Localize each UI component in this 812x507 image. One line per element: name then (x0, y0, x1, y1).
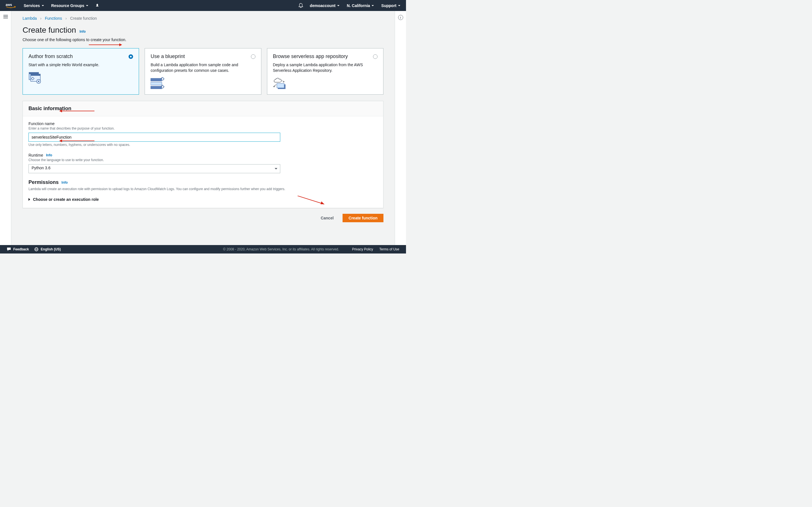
nav-account-label: demoaccount (310, 3, 336, 8)
card-title: Use a blueprint (151, 54, 185, 59)
globe-icon (35, 247, 38, 251)
card-title: Author from scratch (29, 54, 73, 59)
create-function-button[interactable]: Create function (343, 214, 384, 222)
runtime-label: Runtime (29, 153, 43, 158)
caret-down-icon (398, 5, 400, 6)
breadcrumb: Lambda › Functions › Create function (22, 16, 384, 20)
execution-role-expander[interactable]: Choose or create an execution role (29, 197, 377, 202)
card-desc: Build a Lambda application from sample c… (151, 62, 255, 73)
runtime-select[interactable]: Python 3.6 (29, 164, 280, 173)
creation-options: Author from scratch Start with a simple … (22, 48, 384, 95)
breadcrumb-functions[interactable]: Functions (45, 16, 62, 20)
card-author-from-scratch[interactable]: Author from scratch Start with a simple … (22, 48, 139, 95)
cancel-button[interactable]: Cancel (315, 214, 339, 222)
card-title: Browse serverless app repository (273, 54, 348, 59)
svg-rect-10 (151, 86, 162, 89)
aws-logo: aws (6, 3, 16, 9)
nav-region-label: N. California (347, 3, 370, 8)
runtime-field: Runtime Info Choose the language to use … (29, 153, 377, 173)
page-subtitle: Choose one of the following options to c… (22, 38, 384, 42)
expander-label: Choose or create an execution role (33, 197, 99, 202)
page-info-link[interactable]: Info (80, 30, 86, 34)
permissions-section: Permissions Info Lambda will create an e… (29, 179, 377, 202)
breadcrumb-lambda[interactable]: Lambda (22, 16, 37, 20)
nav-account[interactable]: demoaccount (310, 3, 340, 8)
action-bar: Cancel Create function (22, 214, 384, 224)
nav-support[interactable]: Support (381, 3, 400, 8)
breadcrumb-current: Create function (70, 16, 97, 20)
radio-selected[interactable] (129, 54, 133, 59)
nav-resource-groups[interactable]: Resource Groups (51, 3, 88, 8)
breadcrumb-sep: › (40, 16, 42, 20)
page-title: Create function (22, 25, 76, 35)
panel-title: Basic information (29, 106, 377, 112)
permissions-label: Permissions (29, 179, 59, 185)
radio-unselected[interactable] (251, 54, 255, 59)
feedback-link[interactable]: Feedback (7, 247, 29, 251)
serverless-repo-icon (273, 77, 287, 89)
copyright-text: © 2008 - 2020, Amazon Web Services, Inc.… (223, 247, 339, 251)
card-desc: Deploy a sample Lambda application from … (273, 62, 377, 73)
card-browse-repository[interactable]: Browse serverless app repository Deploy … (267, 48, 384, 95)
chat-icon (7, 247, 11, 251)
caret-down-icon (337, 5, 340, 6)
privacy-policy-link[interactable]: Privacy Policy (352, 247, 373, 251)
permissions-desc: Lambda will create an execution role wit… (29, 187, 377, 191)
top-nav: aws Services Resource Groups demoaccount… (0, 0, 406, 11)
radio-unselected[interactable] (373, 54, 377, 59)
nav-region[interactable]: N. California (347, 3, 374, 8)
hamburger-icon[interactable] (3, 15, 8, 245)
triangle-right-icon (29, 198, 30, 201)
right-rail: i (395, 11, 406, 245)
svg-rect-9 (151, 82, 162, 85)
nav-services-label: Services (24, 3, 40, 8)
svg-rect-2 (29, 72, 39, 74)
nav-pin[interactable] (96, 4, 99, 8)
nav-support-label: Support (381, 3, 396, 8)
bell-icon[interactable] (299, 3, 303, 8)
caret-down-icon (86, 5, 88, 6)
panel-header: Basic information (23, 101, 383, 116)
svg-text:aws: aws (6, 3, 12, 7)
left-rail (0, 11, 11, 245)
basic-information-panel: Basic information Function name Enter a … (22, 101, 384, 208)
svg-rect-12 (277, 83, 284, 88)
function-name-hint: Enter a name that describes the purpose … (29, 126, 377, 130)
blueprint-icon (151, 77, 165, 89)
nav-resource-groups-label: Resource Groups (51, 3, 84, 8)
caret-down-icon (371, 5, 374, 6)
language-label: English (US) (41, 247, 61, 251)
terms-of-use-link[interactable]: Terms of Use (379, 247, 399, 251)
card-use-blueprint[interactable]: Use a blueprint Build a Lambda applicati… (145, 48, 261, 95)
breadcrumb-sep: › (65, 16, 67, 20)
main-content: Lambda › Functions › Create function Cre… (11, 11, 395, 245)
svg-rect-8 (151, 78, 162, 81)
function-name-label: Function name (29, 121, 55, 126)
permissions-info-link[interactable]: Info (61, 180, 68, 184)
feedback-label: Feedback (13, 247, 29, 251)
function-name-help: Use only letters, numbers, hyphens, or u… (29, 143, 377, 147)
language-selector[interactable]: English (US) (35, 247, 61, 251)
svg-point-7 (38, 80, 40, 82)
runtime-hint: Choose the language to use to write your… (29, 158, 377, 162)
function-name-field: Function name Enter a name that describe… (29, 121, 377, 147)
svg-rect-4 (31, 74, 40, 76)
author-scratch-icon (29, 72, 43, 83)
caret-down-icon (42, 5, 44, 6)
card-desc: Start with a simple Hello World example. (29, 62, 133, 68)
info-icon[interactable]: i (398, 15, 403, 20)
nav-services[interactable]: Services (24, 3, 44, 8)
runtime-info-link[interactable]: Info (46, 153, 52, 157)
function-name-input[interactable] (29, 133, 280, 142)
pin-icon (96, 4, 99, 8)
footer: Feedback English (US) © 2008 - 2020, Ama… (0, 245, 406, 253)
